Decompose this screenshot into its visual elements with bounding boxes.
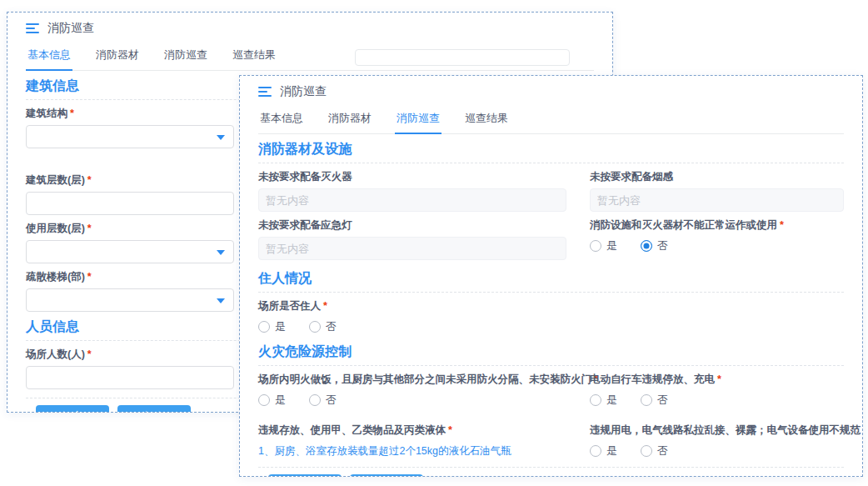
back-tab-basic-info[interactable]: 基本信息	[26, 46, 72, 71]
field-label-open-flame-cooking: 场所内明火做饭，且厨房与其他部分之间未采用防火分隔、未安装防火门*	[258, 373, 581, 387]
front-save-draft-button[interactable]: 暂存	[350, 474, 423, 476]
front-tab-basic-info[interactable]: 基本信息	[258, 109, 305, 134]
field-illegal-electricity: 违规用电，电气线路私拉乱接、裸露；电气设备使用不规范* 是 否	[590, 417, 862, 458]
field-label-illegal-electricity: 违规用电，电气线路私拉乱接、裸露；电气设备使用不规范*	[590, 423, 862, 438]
radio-option-no[interactable]: 否	[309, 393, 337, 408]
occupant-count-input-value[interactable]	[27, 367, 233, 388]
back-tab-patrol-result[interactable]: 巡查结果	[231, 46, 277, 71]
required-mark: *	[87, 174, 92, 186]
used-floors-select[interactable]	[26, 240, 234, 263]
field-label-no-emergency-light: 未按要求配备应急灯	[258, 218, 581, 233]
radio-option-no[interactable]: 否	[641, 393, 668, 408]
building-floors-input[interactable]	[26, 192, 234, 215]
field-no-smoke-detector: 未按要求配备烟感	[590, 163, 844, 212]
required-mark: *	[717, 373, 721, 385]
front-tab-fire-patrol[interactable]: 消防巡查	[395, 109, 441, 134]
back-window-title: 消防巡查	[47, 21, 94, 36]
field-equipment-not-working: 消防设施和灭火器材不能正常运作或使用* 是 否	[590, 212, 844, 260]
radio-option-yes[interactable]: 是	[590, 238, 617, 253]
required-mark: *	[780, 219, 784, 231]
no-smoke-detector-input	[590, 188, 844, 212]
screen: 消防巡查 基本信息 消防器材 消防巡查 巡查结果 建筑信息 建筑结构* 建筑层数…	[0, 0, 868, 486]
evacuation-stairs-select[interactable]	[26, 288, 234, 312]
occupant-count-input[interactable]	[26, 366, 234, 389]
field-no-extinguisher: 未按要求配备灭火器	[258, 163, 581, 212]
no-smoke-detector-input-value	[591, 189, 843, 211]
required-mark: *	[87, 223, 92, 234]
field-label-illegal-storage: 违规存放、使用甲、乙类物品及丙类液体*	[258, 423, 581, 438]
building-structure-select-value[interactable]	[27, 126, 233, 148]
field-open-flame-cooking: 场所内明火做饭，且厨房与其他部分之间未采用防火分隔、未安装防火门* 是 否	[258, 366, 581, 407]
radio-option-yes[interactable]: 是	[590, 443, 617, 458]
chevron-down-icon	[217, 298, 225, 303]
radio-circle-icon	[590, 240, 601, 252]
radio-option-yes[interactable]: 是	[258, 319, 286, 334]
required-mark: *	[87, 271, 92, 283]
field-label-is-occupied: 场所是否住人*	[258, 299, 844, 313]
equipment-not-working-radio-group: 是 否	[590, 239, 844, 253]
radio-circle-checked-icon	[641, 240, 652, 252]
back-tab-fire-patrol[interactable]: 消防巡查	[162, 46, 209, 71]
front-tab-fire-equipment[interactable]: 消防器材	[327, 109, 373, 134]
front-tab-bar: 基本信息 消防器材 消防巡查 巡查结果	[258, 109, 844, 134]
radio-circle-icon	[258, 394, 270, 406]
no-emergency-light-input	[258, 237, 566, 260]
menu-fold-icon[interactable]	[26, 23, 39, 33]
required-mark: *	[70, 108, 74, 119]
front-tab-patrol-result[interactable]: 巡查结果	[463, 109, 510, 134]
field-label-ebike-violation: 电动自行车违规停放、充电*	[590, 373, 862, 387]
no-extinguisher-input	[258, 188, 566, 212]
ebike-radio-group: 是 否	[590, 393, 862, 407]
section-heading-equipment: 消防器材及设施	[258, 141, 844, 163]
radio-option-no-selected[interactable]: 否	[641, 238, 668, 253]
radio-circle-icon	[590, 394, 601, 406]
open-flame-radio-group: 是 否	[258, 393, 581, 407]
field-label-no-smoke-detector: 未按要求配备烟感	[590, 170, 844, 184]
field-no-emergency-light: 未按要求配备应急灯	[258, 212, 581, 260]
hazard-grid: 场所内明火做饭，且厨房与其他部分之间未采用防火分隔、未安装防火门* 是 否 电动…	[258, 366, 844, 458]
radio-option-no[interactable]: 否	[641, 443, 668, 458]
illegal-storage-note-link[interactable]: 1、厨房、浴室存放装载量超过2个15kg的液化石油气瓶	[258, 444, 581, 458]
front-window-header: 消防巡查	[258, 84, 844, 99]
back-window-header: 消防巡查	[26, 21, 594, 36]
radio-option-yes[interactable]: 是	[590, 393, 617, 408]
front-footer-divider	[258, 467, 844, 468]
chevron-down-icon	[217, 135, 225, 140]
field-illegal-storage: 违规存放、使用甲、乙类物品及丙类液体* 1、厨房、浴室存放装载量超过2个15kg…	[258, 417, 581, 458]
back-tab-fire-equipment[interactable]: 消防器材	[94, 46, 141, 71]
field-label-equipment-not-working: 消防设施和灭火器材不能正常运作或使用*	[590, 218, 844, 233]
radio-option-yes[interactable]: 是	[258, 393, 286, 408]
front-panel-fire-patrol: 消防巡查 基本信息 消防器材 消防巡查 巡查结果 消防器材及设施 未按要求配备灭…	[239, 75, 863, 477]
field-ebike-violation: 电动自行车违规停放、充电* 是 否	[590, 366, 862, 407]
no-extinguisher-input-value	[259, 189, 566, 211]
radio-circle-icon	[258, 321, 270, 333]
radio-circle-icon	[590, 445, 601, 457]
used-floors-select-value[interactable]	[27, 241, 233, 263]
building-floors-input-value[interactable]	[27, 193, 233, 214]
illegal-electricity-radio-group: 是 否	[590, 444, 862, 458]
evacuation-stairs-select-value[interactable]	[27, 289, 233, 311]
front-window-title: 消防巡查	[280, 84, 327, 99]
partial-hidden-input[interactable]	[355, 49, 570, 66]
radio-circle-icon	[309, 321, 321, 333]
menu-fold-icon[interactable]	[258, 87, 272, 97]
field-label-no-extinguisher: 未按要求配备灭火器	[258, 170, 581, 184]
building-structure-select[interactable]	[26, 125, 234, 148]
required-mark: *	[448, 424, 452, 436]
no-emergency-light-input-value	[259, 238, 566, 259]
is-occupied-radio-group: 是 否	[258, 320, 844, 333]
back-save-draft-button[interactable]: 暂存	[117, 405, 191, 412]
radio-circle-icon	[309, 394, 321, 406]
radio-option-no[interactable]: 否	[309, 319, 337, 334]
back-submit-button[interactable]: 提交	[36, 405, 109, 412]
section-heading-hazard-control: 火灾危险源控制	[258, 343, 844, 366]
required-mark: *	[87, 348, 92, 360]
section-heading-occupancy: 住人情况	[258, 270, 844, 293]
radio-circle-icon	[641, 445, 652, 457]
radio-circle-icon	[641, 394, 652, 406]
required-mark: *	[323, 300, 327, 312]
equipment-grid: 未按要求配备灭火器 未按要求配备烟感 未按要求配备应急灯	[258, 163, 844, 260]
chevron-down-icon	[217, 250, 225, 255]
front-button-row: 提交 暂存	[268, 474, 844, 476]
front-submit-button[interactable]: 提交	[268, 474, 342, 476]
